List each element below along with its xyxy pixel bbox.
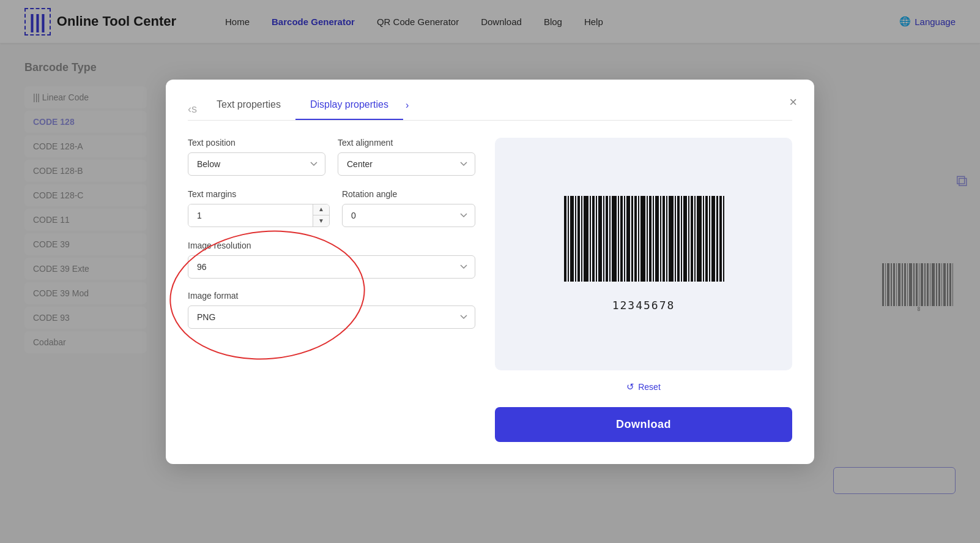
svg-rect-31	[577, 196, 580, 282]
svg-rect-33	[584, 196, 588, 282]
stepper-up-button[interactable]: ▲	[313, 204, 329, 216]
svg-rect-50	[647, 196, 648, 282]
text-margins-input[interactable]	[188, 204, 313, 227]
svg-rect-71	[719, 196, 722, 282]
download-button[interactable]: Download	[495, 407, 792, 442]
text-margins-label: Text margins	[188, 189, 330, 199]
svg-rect-38	[603, 196, 604, 282]
svg-rect-53	[655, 196, 659, 282]
svg-rect-55	[663, 196, 665, 282]
barcode-number: 12345678	[612, 299, 675, 312]
form-row-3: Image resolution 72 96 150 300 Image for…	[188, 241, 475, 329]
image-resolution-group: Image resolution 72 96 150 300	[188, 241, 475, 279]
svg-rect-36	[596, 196, 597, 282]
image-format-label: Image format	[188, 291, 475, 301]
text-margins-stepper: ▲ ▼	[188, 204, 330, 227]
svg-rect-57	[669, 196, 674, 282]
image-format-group: Image format PNG SVG JPEG BMP	[188, 291, 475, 329]
svg-rect-52	[653, 196, 654, 282]
svg-rect-51	[649, 196, 651, 282]
svg-rect-56	[666, 196, 667, 282]
svg-rect-28	[568, 196, 569, 282]
svg-rect-39	[606, 196, 608, 282]
modal-dialog: × ‹s Text properties Display properties …	[166, 80, 814, 464]
svg-rect-61	[683, 196, 687, 282]
svg-rect-64	[694, 196, 696, 282]
form-row-2: Text margins ▲ ▼ Rotation angle 0	[188, 189, 475, 227]
svg-rect-41	[612, 196, 617, 282]
svg-rect-69	[711, 196, 715, 282]
barcode-svg	[558, 196, 729, 294]
svg-rect-34	[590, 196, 591, 282]
rotation-angle-label: Rotation angle	[342, 189, 475, 199]
svg-rect-35	[592, 196, 595, 282]
svg-rect-67	[705, 196, 708, 282]
tab-next-arrow[interactable]: ›	[406, 100, 409, 119]
svg-rect-40	[609, 196, 611, 282]
text-alignment-select[interactable]: Center Left Right	[338, 152, 475, 176]
tab-display-properties[interactable]: Display properties	[295, 99, 403, 120]
reset-button[interactable]: ↺ Reset	[626, 381, 661, 392]
rotation-angle-select[interactable]: 0 90 180 270	[342, 204, 475, 227]
svg-rect-32	[581, 196, 582, 282]
tab-text-properties[interactable]: Text properties	[202, 99, 295, 120]
svg-rect-70	[716, 196, 718, 282]
svg-rect-29	[570, 196, 574, 282]
text-alignment-label: Text alignment	[338, 138, 475, 148]
svg-rect-72	[723, 196, 724, 282]
text-alignment-group: Text alignment Center Left Right	[338, 138, 475, 176]
svg-rect-58	[675, 196, 676, 282]
svg-rect-45	[626, 196, 630, 282]
text-position-select[interactable]: Below Above None	[188, 152, 325, 176]
barcode-container: 12345678	[558, 196, 729, 312]
image-resolution-select[interactable]: 72 96 150 300	[188, 255, 475, 279]
svg-rect-54	[660, 196, 661, 282]
rotation-angle-group: Rotation angle 0 90 180 270	[342, 189, 475, 227]
tab-prev-arrow[interactable]: ‹s	[188, 103, 197, 116]
svg-rect-42	[618, 196, 619, 282]
stepper-down-button[interactable]: ▼	[313, 215, 329, 227]
modal-preview: 12345678 ↺ Reset Download	[495, 138, 792, 442]
reset-icon: ↺	[626, 381, 634, 392]
svg-rect-60	[681, 196, 682, 282]
svg-rect-65	[697, 196, 702, 282]
svg-rect-66	[703, 196, 704, 282]
text-margins-group: Text margins ▲ ▼	[188, 189, 330, 227]
svg-rect-59	[677, 196, 680, 282]
modal-overlay: × ‹s Text properties Display properties …	[0, 0, 980, 543]
image-format-select[interactable]: PNG SVG JPEG BMP	[188, 305, 475, 329]
stepper-buttons: ▲ ▼	[313, 204, 329, 227]
svg-rect-43	[620, 196, 623, 282]
svg-rect-68	[709, 196, 710, 282]
close-button[interactable]: ×	[789, 94, 797, 110]
svg-rect-48	[638, 196, 639, 282]
svg-rect-46	[631, 196, 633, 282]
text-position-group: Text position Below Above None	[188, 138, 325, 176]
svg-rect-30	[575, 196, 576, 282]
form-row-1: Text position Below Above None Text alig…	[188, 138, 475, 176]
svg-rect-63	[691, 196, 693, 282]
reset-label: Reset	[638, 382, 661, 392]
modal-body: Text position Below Above None Text alig…	[188, 138, 792, 442]
svg-rect-49	[640, 196, 645, 282]
text-position-label: Text position	[188, 138, 325, 148]
barcode-preview-box: 12345678	[495, 138, 792, 370]
svg-rect-62	[688, 196, 689, 282]
modal-form: Text position Below Above None Text alig…	[188, 138, 475, 442]
svg-rect-44	[624, 196, 625, 282]
svg-rect-47	[634, 196, 637, 282]
image-resolution-label: Image resolution	[188, 241, 475, 250]
svg-rect-37	[598, 196, 602, 282]
svg-rect-27	[564, 196, 566, 282]
modal-tabs: ‹s Text properties Display properties ›	[188, 99, 792, 121]
